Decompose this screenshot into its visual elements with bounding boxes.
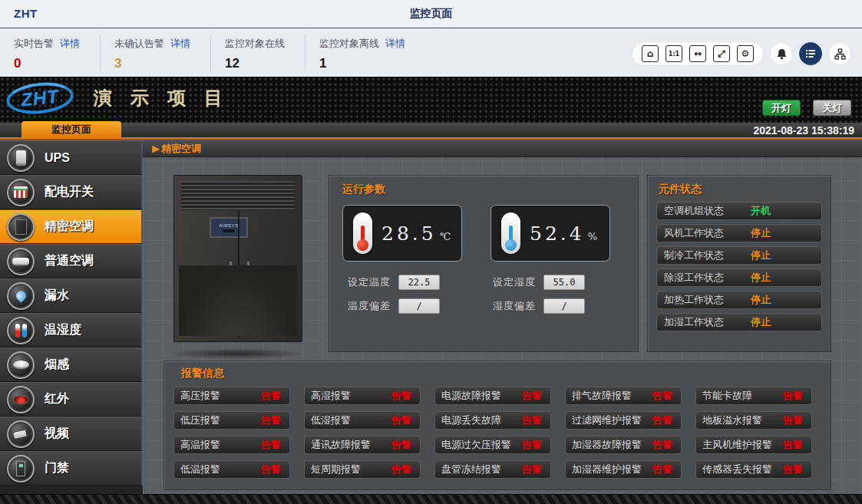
- precision-ac-icon: [7, 213, 35, 241]
- ac-unit-image: AIRSYS: [160, 170, 318, 359]
- alarm-status: 告警: [783, 463, 803, 476]
- view-toolbar: ⌂ 1:1 ↔ ⤢ ⚙: [632, 41, 851, 66]
- alarm-power-fault: 电源故障报警告警: [434, 387, 551, 405]
- alarm-status: 告警: [261, 389, 281, 403]
- temperature-unit: ℃: [440, 231, 451, 242]
- fit-width-icon[interactable]: ↔: [689, 45, 706, 62]
- section-title: 精密空调: [161, 142, 201, 156]
- sidebar-item-temp-humidity[interactable]: 温湿度: [0, 313, 143, 348]
- alarm-status: 告警: [261, 438, 281, 452]
- one-to-one-icon[interactable]: 1:1: [665, 45, 682, 62]
- sidebar-item-video[interactable]: 视频: [0, 417, 143, 451]
- tab-monitor-page[interactable]: 监控页面: [21, 121, 121, 137]
- detail-link[interactable]: 详情: [170, 37, 190, 51]
- alarm-main-fan-maintenance: 主风机维护报警告警: [695, 436, 812, 454]
- set-temp-field[interactable]: 22.5: [398, 275, 440, 290]
- status-value: 停止: [751, 271, 771, 285]
- tab-strip: 监控页面 2021-08-23 15:38:19: [0, 123, 862, 139]
- status-value: 停止: [751, 315, 771, 329]
- status-row-cooling: 制冷工作状态 停止: [656, 246, 822, 265]
- sidebar-item-smoke[interactable]: 烟感: [0, 348, 143, 382]
- sidebar-item-door-access[interactable]: 门禁: [0, 451, 143, 486]
- home-icon[interactable]: ⌂: [642, 45, 659, 62]
- alarm-status: 告警: [783, 413, 803, 427]
- alarm-sensor-loss: 传感器丢失报警告警: [695, 460, 812, 479]
- sidebar-item-precision-ac[interactable]: 精密空调: [0, 209, 143, 244]
- light-off-button[interactable]: 关灯: [813, 100, 851, 116]
- alarm-status: 告警: [783, 389, 803, 403]
- set-humidity-field[interactable]: 55.0: [543, 275, 585, 290]
- stat-realtime-alarms: 实时告警 详情 0: [0, 35, 101, 71]
- alarm-info-title: 报警信息: [181, 367, 831, 380]
- alarm-status: 告警: [652, 463, 672, 476]
- settings-gear-icon[interactable]: ⚙: [737, 45, 754, 62]
- temperature-display: 28.5℃: [342, 205, 462, 262]
- detail-link[interactable]: 详情: [385, 37, 405, 51]
- stat-value: 12: [225, 57, 285, 71]
- sidebar-item-normal-ac[interactable]: 普通空调: [0, 244, 143, 278]
- thermometers-icon: [7, 317, 35, 344]
- alarm-grid: 高压报警告警 高湿报警告警 电源故障报警告警 排气故障报警告警 节能卡故障告警 …: [164, 387, 831, 479]
- section-arrow-icon: ▶: [152, 143, 160, 154]
- sidebar-item-water-leak[interactable]: 漏水: [0, 278, 143, 313]
- sidebar-item-power-switch[interactable]: 配电开关: [0, 175, 143, 209]
- circuit-breaker-icon: [7, 179, 35, 206]
- alarm-floor-water: 地板溢水报警告警: [695, 411, 812, 430]
- project-title: 演示项目: [94, 86, 241, 110]
- stat-objects-offline: 监控对象离线 详情 1: [305, 35, 425, 71]
- sidebar-item-ups[interactable]: UPS: [0, 140, 143, 175]
- thermometer-blue-icon: [501, 212, 520, 254]
- alarm-humidifier-fault: 加湿器故障报警告警: [565, 436, 682, 454]
- camera-icon: [7, 420, 35, 448]
- notification-bell-button[interactable]: [770, 42, 793, 65]
- alarm-status: 告警: [391, 413, 411, 427]
- stat-value: 0: [14, 57, 80, 71]
- status-row-humidify: 加湿工作状态 停止: [656, 313, 822, 331]
- alarm-status: 告警: [652, 413, 672, 427]
- bottom-texture-strip: [0, 494, 862, 504]
- topology-button[interactable]: [828, 42, 851, 65]
- wall-ac-icon: [7, 248, 35, 275]
- section-header: ▶ 精密空调: [143, 140, 862, 157]
- temp-deviation-label: 温度偏差: [348, 299, 391, 313]
- alarm-status: 告警: [261, 413, 281, 427]
- list-icon: [805, 48, 816, 59]
- alarm-list-button[interactable]: [799, 42, 822, 65]
- ac-cabinet: AIRSYS: [173, 175, 302, 342]
- bell-icon: [776, 48, 788, 60]
- humidity-deviation-value: /: [543, 298, 585, 314]
- status-value: 停止: [751, 293, 771, 307]
- logo-text: ZHT: [20, 85, 60, 110]
- alarm-status: 告警: [783, 438, 803, 452]
- company-logo: ZHT 演示项目: [6, 83, 241, 114]
- smoke-detector-icon: [7, 351, 35, 379]
- alarm-status: 告警: [391, 438, 411, 452]
- ups-icon: [7, 144, 35, 172]
- fit-screen-icon[interactable]: ⤢: [713, 45, 730, 62]
- alarm-low-humidity: 低湿报警告警: [304, 411, 421, 430]
- topology-icon: [834, 48, 846, 60]
- status-value: 开机: [751, 204, 771, 218]
- alarm-power-loss: 电源丢失故障告警: [434, 411, 551, 430]
- light-on-button[interactable]: 开灯: [762, 100, 801, 116]
- alarm-coil-freeze: 盘管冻结报警告警: [434, 460, 551, 479]
- alarm-high-humidity: 高湿报警告警: [304, 387, 421, 405]
- detail-link[interactable]: 详情: [60, 37, 80, 51]
- alarm-humidifier-maintenance: 加湿器维护报警告警: [565, 460, 682, 479]
- alarm-status: 告警: [261, 463, 281, 476]
- alarm-status: 告警: [522, 389, 542, 403]
- status-row-heating: 加热工作状态 停止: [656, 291, 822, 309]
- alarm-status: 告警: [522, 463, 542, 476]
- temp-deviation-value: /: [398, 298, 440, 314]
- sidebar-item-infrared[interactable]: 红外: [0, 382, 143, 417]
- datetime-display: 2021-08-23 15:38:19: [753, 124, 854, 137]
- temperature-value: 28.5: [381, 222, 437, 245]
- stats-bar: 实时告警 详情 0 未确认告警 详情 3 监控对象在线 12 监控对象离线 详情…: [0, 28, 862, 77]
- door-access-icon: [7, 455, 35, 483]
- alarm-high-pressure: 高压报警告警: [173, 387, 290, 405]
- humidity-display: 52.4%: [490, 205, 610, 262]
- status-value: 停止: [751, 249, 771, 262]
- page-title: 监控页面: [0, 7, 862, 21]
- alarm-status: 告警: [652, 438, 672, 452]
- status-value: 停止: [751, 226, 771, 240]
